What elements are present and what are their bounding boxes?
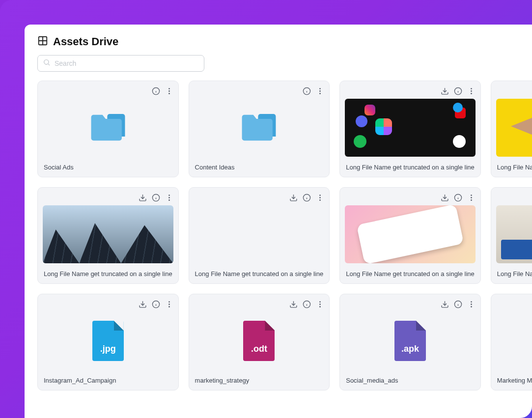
page-header: Assets Drive [37, 35, 519, 48]
card-toolbar [345, 299, 476, 309]
info-icon[interactable] [152, 300, 160, 308]
card-toolbar [43, 299, 173, 309]
svg-point-14 [319, 88, 321, 89]
svg-point-10 [168, 93, 170, 94]
svg-point-79 [168, 306, 170, 307]
svg-point-58 [471, 199, 472, 201]
more-icon[interactable] [316, 194, 324, 202]
svg-point-93 [471, 306, 472, 307]
svg-point-92 [471, 304, 472, 305]
card-toolbar [345, 86, 476, 96]
folder-card[interactable]: Content Ideas [189, 81, 330, 177]
card-name: Social Ads [43, 164, 173, 171]
folder-icon [496, 312, 532, 370]
svg-line-4 [48, 64, 50, 65]
card-toolbar [496, 193, 532, 202]
download-icon[interactable] [289, 300, 298, 308]
svg-point-56 [471, 195, 472, 196]
svg-point-9 [168, 90, 170, 92]
image-card[interactable]: Long File Name get truncated on a single… [37, 187, 179, 284]
image-thumbnail [345, 99, 476, 157]
download-icon[interactable] [139, 194, 147, 202]
file-card[interactable]: .apk Social_media_ads [339, 294, 481, 390]
svg-point-51 [319, 199, 321, 201]
card-name: Long File Name get truncated on a single… [496, 270, 532, 278]
more-icon[interactable] [165, 300, 173, 308]
card-toolbar [496, 86, 532, 96]
image-thumbnail [43, 205, 173, 263]
card-toolbar [194, 193, 325, 202]
file-icon: .jpg [43, 312, 173, 370]
info-icon[interactable] [303, 194, 311, 202]
card-toolbar [43, 193, 173, 202]
svg-point-8 [168, 88, 170, 89]
svg-point-43 [168, 197, 170, 198]
folder-card[interactable]: Marketing Meetings [491, 294, 532, 390]
info-icon[interactable] [454, 87, 462, 95]
more-icon[interactable] [165, 87, 173, 95]
image-card[interactable]: Long File Name get truncated on a single… [339, 187, 481, 284]
more-icon[interactable] [467, 194, 476, 202]
file-icon: .apk [345, 312, 476, 370]
folder-card[interactable]: Social Ads [37, 81, 179, 177]
card-toolbar [43, 86, 173, 96]
card-toolbar [496, 299, 532, 309]
svg-point-57 [471, 197, 472, 198]
more-icon[interactable] [467, 300, 476, 308]
svg-point-44 [168, 199, 170, 201]
card-name: Long File Name get truncated on a single… [43, 270, 173, 278]
more-icon[interactable] [316, 87, 324, 95]
image-card[interactable]: Long File Name get truncated on a single… [189, 187, 330, 284]
image-card[interactable]: Long File Name get truncated on a single… [339, 81, 481, 177]
folder-icon [43, 99, 173, 157]
card-toolbar [194, 86, 325, 96]
svg-point-85 [319, 304, 321, 305]
card-toolbar [194, 299, 325, 309]
card-name: Content Ideas [194, 164, 325, 171]
search-box[interactable] [37, 55, 204, 72]
card-name: Long File Name get truncated on a single… [496, 164, 532, 171]
search-icon [43, 58, 51, 68]
card-name: Long File Name get truncated on a single… [345, 164, 476, 171]
download-icon[interactable] [139, 300, 147, 308]
card-name: Social_media_ads [345, 377, 476, 384]
image-card[interactable]: Long File Name get truncated on a single… [491, 187, 532, 284]
card-toolbar [345, 193, 476, 202]
more-icon[interactable] [316, 300, 324, 308]
svg-point-21 [471, 88, 472, 89]
svg-point-91 [471, 301, 472, 303]
more-icon[interactable] [467, 87, 476, 95]
svg-point-42 [168, 195, 170, 196]
info-icon[interactable] [454, 194, 462, 202]
search-input[interactable] [55, 59, 199, 67]
image-thumbnail [496, 205, 532, 263]
page-title: Assets Drive [53, 35, 118, 48]
download-icon[interactable] [441, 300, 449, 308]
download-icon[interactable] [289, 194, 298, 202]
info-icon[interactable] [152, 87, 160, 95]
svg-point-49 [319, 195, 321, 196]
svg-point-50 [319, 197, 321, 198]
svg-point-16 [319, 93, 321, 94]
folder-icon [194, 99, 325, 157]
file-card[interactable]: .jpg Instagram_Ad_Campaign [37, 294, 179, 390]
svg-point-86 [319, 306, 321, 307]
file-extension: .odt [251, 344, 267, 354]
info-icon[interactable] [152, 194, 160, 202]
info-icon[interactable] [303, 87, 311, 95]
image-thumbnail [194, 205, 325, 263]
file-card[interactable]: .odt marketing_strategy [189, 294, 330, 390]
image-thumbnail [345, 205, 476, 263]
more-icon[interactable] [165, 194, 173, 202]
file-extension: .jpg [100, 344, 116, 354]
info-icon[interactable] [303, 300, 311, 308]
image-thumbnail [496, 99, 532, 157]
svg-point-3 [44, 60, 49, 64]
download-icon[interactable] [441, 194, 449, 202]
image-card[interactable]: Long File Name get truncated on a single… [491, 81, 532, 177]
card-name: Long File Name get truncated on a single… [345, 270, 476, 278]
file-icon: .odt [194, 312, 325, 370]
card-name: Marketing Meetings [496, 377, 532, 384]
info-icon[interactable] [454, 300, 462, 308]
download-icon[interactable] [441, 87, 449, 95]
